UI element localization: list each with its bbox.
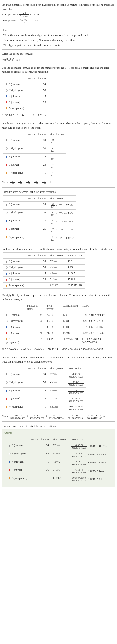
table-header-row: number of atoms atom percent atomic mass… bbox=[4, 252, 85, 258]
header-empty bbox=[6, 436, 29, 442]
element-dot-icon bbox=[8, 445, 10, 446]
element-name: N (nitrogen) bbox=[8, 155, 22, 158]
element-name: N (nitrogen) bbox=[8, 389, 22, 392]
element-name: O (oxygen) bbox=[8, 227, 20, 230]
count-cell: 34 bbox=[26, 137, 48, 145]
header-atom-percent: atom percent bbox=[44, 303, 61, 312]
element-name: N (nitrogen) bbox=[8, 219, 22, 222]
element-cell: N (nitrogen) bbox=[4, 388, 26, 396]
header-number-of-atoms: number of atoms bbox=[26, 365, 48, 371]
frac-den: 122 bbox=[50, 141, 55, 144]
frac-den: 981.804761998 bbox=[48, 417, 64, 419]
table-row: N (nitrogen)54.10%14.0075 × 14.007 = 70.… bbox=[4, 324, 115, 330]
table-header-row: number of atoms bbox=[4, 75, 48, 81]
percent-cell: 27.9% bbox=[51, 442, 68, 451]
element-dot-icon bbox=[6, 373, 8, 375]
frac-num: 408.374 bbox=[71, 444, 87, 446]
atom-percent-fraction: N_i N_atoms bbox=[20, 12, 29, 17]
atom-percent-formula: atom percent = N_i N_atoms × 100% bbox=[2, 12, 115, 17]
count-cell: 26 bbox=[25, 330, 44, 336]
table-row: H (hydrogen)5656122 ×100% = 45.9% bbox=[4, 210, 76, 218]
percent-value: 4.10% bbox=[66, 220, 73, 223]
element-dot-icon bbox=[6, 332, 8, 334]
element-name: N (nitrogen) bbox=[8, 326, 22, 328]
header-empty bbox=[4, 75, 26, 81]
table-row: H (hydrogen)5645.9%1.008 bbox=[4, 264, 85, 270]
frac-num: 56.448 bbox=[71, 452, 87, 455]
element-dot-icon bbox=[6, 261, 8, 262]
molecular-mass-sum: m = 408.374 u + 56.448 u + 70.035 u + 41… bbox=[2, 347, 115, 351]
mass-per-element-text: Multiply N_i by m_i to compute the mass … bbox=[2, 293, 115, 302]
element-name: P (phosphorus) bbox=[8, 236, 24, 238]
frac-den: 122 bbox=[50, 214, 55, 216]
divider bbox=[2, 119, 115, 119]
table-atom-counts: number of atoms C (carbon)34 H (hydrogen… bbox=[4, 75, 48, 112]
element-name: C (carbon) bbox=[8, 314, 20, 316]
percent-cell: 1122 ×100% = 0.820% bbox=[48, 234, 76, 242]
divider bbox=[2, 291, 115, 291]
table-row: O (oxygen)2626122 ×100% = 21.3% bbox=[4, 226, 76, 234]
count-cell: 26 bbox=[26, 162, 48, 170]
table-row: C (carbon)34 bbox=[4, 81, 48, 87]
frac-den: 122 bbox=[50, 238, 55, 241]
count-cell: 26 bbox=[26, 226, 48, 234]
element-name: O (oxygen) bbox=[8, 163, 20, 166]
table-row: N (nitrogen)55122 ×100% = 4.10% bbox=[4, 218, 76, 226]
divider bbox=[2, 422, 115, 422]
atom-fractions-text: Divide each N_i by N_atoms to calculate … bbox=[2, 121, 115, 130]
element-name: H (hydrogen) bbox=[9, 266, 23, 269]
count-cell: 56 bbox=[29, 451, 51, 459]
header-mass-u: mass/u bbox=[80, 303, 115, 312]
mass-percent-value: × 100% = 41.59% bbox=[88, 445, 107, 448]
percent-cell: 45.9% bbox=[48, 379, 66, 388]
element-cell: C (carbon) bbox=[4, 137, 26, 145]
count-cell: 26 bbox=[26, 276, 48, 282]
frac-den: 122 bbox=[50, 222, 55, 224]
frac-den: 122 bbox=[50, 174, 55, 177]
table-row: N (nitrogen)54.10%70.035981.804761998 × … bbox=[6, 459, 109, 467]
element-cell: P (phosphorus) bbox=[4, 336, 25, 345]
table-row: C (carbon)3434122 bbox=[4, 137, 66, 145]
mass-fraction-cell: 30.973761998981.804761998 bbox=[66, 404, 86, 412]
percent-value: 45.9% bbox=[66, 212, 73, 215]
mass-percent-value: × 100% = 3.155% bbox=[88, 478, 107, 480]
divider bbox=[2, 49, 115, 50]
element-dot-icon bbox=[6, 139, 8, 141]
count-cell: 34 bbox=[26, 258, 48, 264]
element-dot-icon bbox=[6, 96, 8, 97]
element-name: P (phosphorus) bbox=[8, 284, 24, 287]
frac-den: 981.804761998 bbox=[87, 417, 102, 419]
table-header-row: number of atoms atom fraction bbox=[4, 131, 66, 137]
frac-den: 981.804761998 bbox=[71, 463, 87, 466]
table-atom-percents: number of atoms atom percent C (carbon)3… bbox=[4, 195, 76, 242]
element-cell: P (phosphorus) bbox=[4, 105, 26, 111]
frac-den: 981.804761998 bbox=[68, 400, 84, 402]
fraction-cell: 34122 bbox=[48, 137, 66, 145]
mass-percent-cell: 30.973761998981.804761998 × 100% = 3.155… bbox=[68, 475, 109, 484]
element-name: P (phosphorus) bbox=[8, 405, 24, 408]
frac-den: 122 bbox=[50, 166, 55, 168]
mass-cell: 30.973761998 bbox=[66, 282, 85, 288]
element-cell: H (hydrogen) bbox=[6, 451, 29, 459]
header-empty bbox=[4, 131, 26, 137]
element-name: H (hydrogen) bbox=[9, 211, 23, 214]
table-row: C (carbon)3427.9%408.374981.804761998 bbox=[4, 371, 86, 379]
mass-cell: 14.007 bbox=[61, 324, 80, 330]
element-name: N (nitrogen) bbox=[12, 460, 24, 463]
mass-cell: 14.007 bbox=[66, 270, 85, 276]
product-cell: 34 × 12.011 = 408.374 bbox=[80, 312, 115, 318]
count-cell: 26 bbox=[29, 467, 51, 475]
formula-elem-o: O bbox=[14, 57, 16, 60]
element-name: P (phosphorus) bbox=[8, 171, 24, 174]
percent-cell: 5122 ×100% = 4.10% bbox=[48, 218, 76, 226]
element-cell: C (carbon) bbox=[4, 81, 26, 87]
table-header-row: number of atoms atom percent atomic mass… bbox=[4, 303, 115, 312]
header-number-of-atoms: number of atoms bbox=[25, 303, 44, 312]
element-dot-icon bbox=[6, 220, 8, 222]
atom-percents-text: Compute atom percents using the atom fra… bbox=[2, 190, 115, 194]
element-cell: H (hydrogen) bbox=[4, 145, 26, 154]
percent-cell: 4.10% bbox=[48, 388, 66, 396]
product-cell: 1 × 30.973761998 = 30.973761998 bbox=[80, 336, 115, 345]
mass-cell: 15.999 bbox=[66, 276, 85, 282]
element-dot-icon bbox=[6, 90, 8, 92]
